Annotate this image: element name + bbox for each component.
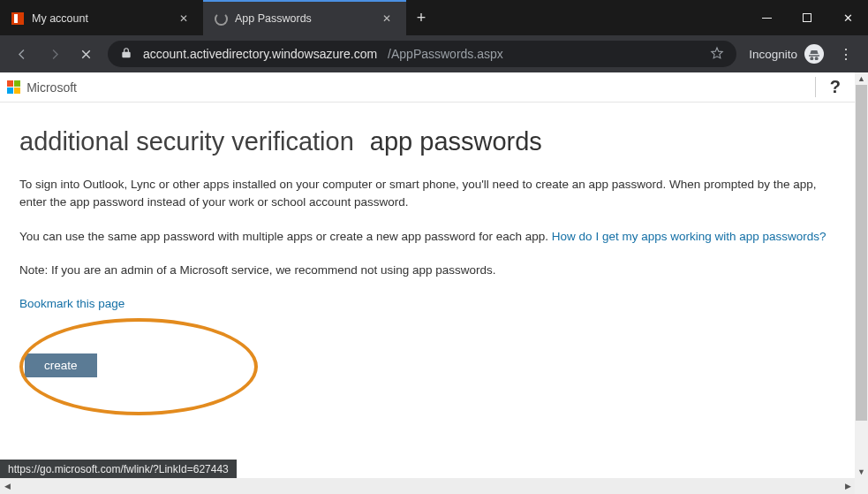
arrow-left-icon: [15, 47, 30, 62]
scroll-thumb[interactable]: [856, 85, 867, 421]
status-bar: https://go.microsoft.com/fwlink/?LinkId=…: [0, 460, 237, 478]
site-header: Microsoft ?: [0, 72, 855, 103]
tab-label: My account: [32, 12, 170, 25]
url-host: account.activedirectory.windowsazure.com: [143, 47, 377, 61]
browser-toolbar: account.activedirectory.windowsazure.com…: [0, 35, 868, 72]
main-content: additional security verification app pas…: [0, 103, 855, 415]
scroll-down-icon[interactable]: ▼: [855, 466, 868, 478]
intro-paragraph-2-text: You can use the same app password with m…: [19, 230, 552, 243]
tab-label: App Passwords: [235, 12, 373, 25]
horizontal-scrollbar[interactable]: ◀ ▶: [0, 478, 855, 494]
intro-paragraph-2: You can use the same app password with m…: [19, 228, 832, 246]
close-icon: ✕: [843, 11, 853, 25]
browser-menu-button[interactable]: ⋮: [831, 46, 861, 63]
page-title: additional security verification app pas…: [19, 127, 835, 156]
minimize-icon: [762, 18, 772, 19]
address-bar[interactable]: account.activedirectory.windowsazure.com…: [108, 41, 736, 67]
intro-paragraph-1: To sign into Outlook, Lync or other apps…: [19, 176, 832, 212]
tab-close-icon[interactable]: ✕: [380, 12, 394, 25]
maximize-icon: [803, 13, 811, 22]
window-close-button[interactable]: ✕: [827, 0, 868, 35]
new-tab-button[interactable]: +: [406, 0, 436, 35]
lock-icon: [120, 47, 132, 62]
incognito-indicator[interactable]: Incognito: [743, 44, 829, 64]
tab-close-icon[interactable]: ✕: [177, 12, 191, 25]
scroll-right-icon[interactable]: ▶: [841, 478, 855, 494]
status-url: https://go.microsoft.com/fwlink/?LinkId=…: [8, 463, 229, 475]
scroll-left-icon[interactable]: ◀: [0, 478, 14, 494]
bookmark-star-icon[interactable]: [710, 46, 724, 63]
scroll-up-icon[interactable]: ▲: [855, 72, 868, 85]
bookmark-row: Bookmark this page: [19, 295, 832, 313]
url-path: /AppPasswords.aspx: [388, 47, 503, 61]
scrollbar-corner: [855, 478, 868, 494]
window-controls: ✕: [746, 0, 868, 35]
browser-titlebar: My account ✕ App Passwords ✕ + ✕: [0, 0, 868, 35]
title-secondary: app passwords: [370, 127, 542, 156]
favicon-office-icon: [11, 11, 25, 26]
stop-loading-icon: [79, 47, 94, 62]
help-apps-link[interactable]: How do I get my apps working with app pa…: [552, 230, 826, 243]
microsoft-logo-text: Microsoft: [26, 80, 77, 95]
page-viewport: Microsoft ? additional security verifica…: [0, 72, 868, 494]
microsoft-logo-icon: [7, 80, 20, 94]
arrow-right-icon: [47, 47, 62, 62]
window-minimize-button[interactable]: [746, 0, 787, 35]
vertical-scrollbar[interactable]: ▲ ▼: [855, 72, 868, 478]
admin-note: Note: If you are an admin of a Microsoft…: [19, 262, 832, 279]
nav-stop-button[interactable]: [71, 39, 101, 69]
nav-back-button[interactable]: [7, 39, 37, 69]
incognito-icon: [804, 44, 824, 64]
incognito-label: Incognito: [749, 48, 797, 61]
help-button[interactable]: ?: [815, 77, 846, 97]
create-section: create: [19, 318, 258, 415]
tab-app-passwords[interactable]: App Passwords ✕: [203, 0, 406, 35]
create-button[interactable]: create: [25, 353, 97, 377]
bookmark-page-link[interactable]: Bookmark this page: [19, 297, 125, 310]
nav-forward-button[interactable]: [39, 39, 69, 69]
tab-my-account[interactable]: My account ✕: [0, 0, 203, 35]
window-maximize-button[interactable]: [787, 0, 827, 35]
loading-spinner-icon: [214, 11, 228, 26]
title-primary: additional security verification: [19, 127, 354, 156]
microsoft-logo[interactable]: Microsoft: [7, 80, 77, 95]
